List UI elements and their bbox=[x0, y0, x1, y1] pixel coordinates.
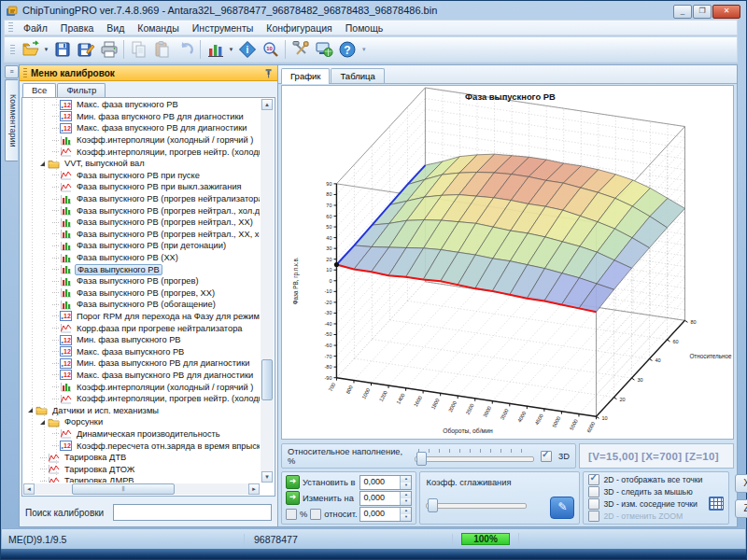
tree-item[interactable]: 12Мин. фаза выпускного РВ для диагностик… bbox=[23, 357, 260, 370]
relative-value[interactable]: 0,000 bbox=[360, 508, 400, 521]
spin-down-icon[interactable]: ▼ bbox=[400, 514, 411, 521]
horizontal-scroll-thumb[interactable]: ⦀ bbox=[72, 483, 175, 495]
copy-button[interactable] bbox=[127, 38, 150, 61]
tree-item[interactable]: 12Коэфф.пересчета отн.заряда в время впр… bbox=[23, 440, 260, 452]
save-button[interactable] bbox=[50, 38, 74, 61]
change-value[interactable]: 0,000 bbox=[360, 492, 400, 505]
set-value[interactable]: 0,000 bbox=[360, 476, 400, 489]
vertical-scrollbar[interactable]: ▲ ▼ bbox=[261, 99, 274, 483]
spin-up-icon[interactable]: ▲ bbox=[400, 508, 411, 514]
option-checkbox[interactable] bbox=[588, 511, 599, 522]
tree-item[interactable]: 12Мин. фаза впускного РВ для диагностики bbox=[23, 111, 260, 123]
spin-up-icon[interactable]: ▲ bbox=[400, 492, 411, 498]
tree-item[interactable]: Фаза выпускного РВ (прогрев нейтрал., ХХ… bbox=[23, 229, 260, 241]
surface-mesh[interactable] bbox=[336, 154, 684, 312]
comments-side-tab[interactable]: Комментарии bbox=[5, 79, 18, 161]
search-input[interactable] bbox=[113, 504, 272, 521]
scroll-right-icon[interactable]: ► bbox=[248, 483, 260, 495]
tree-item[interactable]: 12Макс. фаза впускного РВ bbox=[23, 99, 260, 111]
menu-команды[interactable]: Команды bbox=[131, 21, 186, 35]
selected-point-marker[interactable] bbox=[334, 262, 339, 267]
expander-icon[interactable] bbox=[40, 420, 45, 425]
tree-item[interactable]: Фаза выпускного РВ при пуске bbox=[23, 170, 260, 182]
smoothing-slider[interactable] bbox=[426, 496, 527, 511]
surface-chart[interactable]: -90-80-70-60-50-40-30-20-100102030405060… bbox=[282, 86, 733, 439]
tree-item[interactable]: Коэфф.интерполяции, прогрев нейтр. (холо… bbox=[23, 393, 260, 405]
horizontal-scrollbar[interactable]: ◄ ⦀ ► bbox=[23, 483, 260, 495]
tree-item[interactable]: Динамическая производительность bbox=[23, 428, 260, 441]
tree-item[interactable]: 12Макс. фаза впускного РВ для диагностик… bbox=[23, 122, 260, 134]
fill-slider[interactable] bbox=[415, 449, 534, 464]
fill-slider-thumb[interactable] bbox=[416, 452, 427, 466]
tree-folder[interactable]: Датчики и исп. механизмы bbox=[23, 404, 260, 416]
3d-checkbox[interactable] bbox=[541, 451, 552, 462]
relative-checkbox[interactable] bbox=[310, 509, 321, 520]
collapse-icon[interactable]: ≡ bbox=[5, 65, 19, 78]
tree-item[interactable]: Фаза выпускного РВ (прогрев нейтрал., хо… bbox=[23, 204, 260, 217]
minimize-button[interactable]: _ bbox=[673, 5, 692, 19]
tree-item[interactable]: Тарировка ДТВ bbox=[23, 452, 260, 464]
open-file-dropdown-icon[interactable]: ▼ bbox=[42, 38, 50, 61]
pin-icon[interactable] bbox=[263, 68, 274, 78]
tree-item[interactable]: Фаза выпускного РВ (прогрев, ХХ) bbox=[23, 287, 260, 300]
percent-checkbox[interactable] bbox=[286, 509, 297, 520]
change-value-stepper[interactable]: 0,000 ▲▼ bbox=[359, 491, 412, 506]
tree-item[interactable]: Фаза выпускного РВ (прогрев) bbox=[23, 275, 260, 287]
expander-icon[interactable] bbox=[40, 161, 45, 166]
relative-value-stepper[interactable]: 0,000 ▲▼ bbox=[359, 507, 412, 522]
scroll-left-icon[interactable]: ◄ bbox=[23, 483, 35, 495]
help-button[interactable]: ? bbox=[335, 38, 359, 61]
spin-down-icon[interactable]: ▼ bbox=[400, 483, 411, 489]
open-file-button[interactable] bbox=[19, 38, 42, 61]
smoothing-slider-thumb[interactable] bbox=[428, 498, 438, 512]
chart-dropdown-icon[interactable]: ▼ bbox=[227, 38, 235, 61]
z-axis-button[interactable]: Z bbox=[735, 499, 747, 518]
tree-item[interactable]: Корр.фаза при прогреве нейтрализатора bbox=[23, 322, 260, 334]
info-button[interactable]: i bbox=[235, 38, 259, 61]
connection-button[interactable] bbox=[312, 38, 335, 61]
menu-инструменты[interactable]: Инструменты bbox=[186, 21, 260, 35]
tree-item[interactable]: Тарировка ДТОЖ bbox=[23, 463, 260, 475]
option-checkbox[interactable] bbox=[588, 474, 599, 485]
tree-item[interactable]: Фаза выпускного РВ (прогрев нейтрал., ХХ… bbox=[23, 217, 260, 229]
tree-folder[interactable]: Форсунки bbox=[23, 416, 260, 428]
expander-icon[interactable] bbox=[28, 408, 33, 413]
maximize-button[interactable]: ❐ bbox=[693, 5, 712, 19]
chart-button[interactable] bbox=[204, 38, 227, 61]
paste-button[interactable] bbox=[150, 38, 174, 61]
apply-set-icon[interactable]: ➜ bbox=[286, 475, 300, 489]
vertical-scroll-thumb[interactable] bbox=[261, 359, 273, 400]
tree-item[interactable]: Фаза выпускного РВ bbox=[23, 263, 260, 275]
tree-item[interactable]: Фаза выпускного РВ (ХХ) bbox=[23, 252, 260, 264]
menu-вид[interactable]: Вид bbox=[100, 21, 131, 35]
undo-button[interactable] bbox=[174, 38, 197, 61]
apply-change-icon[interactable]: ➜ bbox=[286, 491, 300, 505]
calibration-tree[interactable]: 12Макс. фаза впускного РВ12Мин. фаза впу… bbox=[23, 99, 260, 483]
save-as-button[interactable] bbox=[74, 38, 97, 61]
tree-item[interactable]: Коэфф.интерполяции (холодный / горячий ) bbox=[23, 381, 260, 393]
tree-item[interactable]: Фаза выпускного РВ (прогрев нейтрализато… bbox=[23, 193, 260, 205]
tree-item[interactable]: Коэфф.интерполяции, прогрев нейтр. (холо… bbox=[23, 146, 260, 158]
tab-graph[interactable]: График bbox=[281, 68, 330, 84]
menu-правка[interactable]: Правка bbox=[54, 21, 100, 35]
tab-table[interactable]: Таблица bbox=[331, 68, 384, 83]
set-value-stepper[interactable]: 0,000 ▲▼ bbox=[359, 475, 412, 490]
menu-конфигурация[interactable]: Конфигурация bbox=[260, 21, 338, 35]
tree-item[interactable]: Фаза выпускного РВ (обогащение) bbox=[23, 299, 260, 311]
tree-item[interactable]: 12Мин. фаза выпускного РВ bbox=[23, 334, 260, 346]
menu-файл[interactable]: Файл bbox=[17, 21, 54, 35]
print-button[interactable] bbox=[97, 38, 120, 61]
spin-down-icon[interactable]: ▼ bbox=[400, 498, 411, 505]
toolbar-overflow-icon[interactable]: ▾ bbox=[362, 41, 369, 58]
tree-item[interactable]: Фаза выпускного РВ (при детонации) bbox=[23, 240, 260, 252]
tree-item[interactable]: Фаза выпускного РВ при выкл.зажигания bbox=[23, 181, 260, 193]
option-checkbox[interactable] bbox=[588, 486, 599, 497]
tree-item[interactable]: 12Макс. фаза выпускного РВ для диагности… bbox=[23, 370, 260, 382]
scroll-up-icon[interactable]: ▲ bbox=[261, 99, 273, 110]
title-bar[interactable]: ChipTuningPRO ver.7.4.8.969 - Antara32L_… bbox=[2, 2, 745, 19]
tools-button[interactable] bbox=[289, 38, 312, 61]
apply-smoothing-button[interactable]: ✎ bbox=[550, 497, 574, 519]
checksum-button[interactable]: 10 bbox=[259, 38, 282, 61]
spin-up-icon[interactable]: ▲ bbox=[400, 476, 411, 483]
tree-item[interactable]: Тарировка ДМРВ bbox=[23, 475, 260, 483]
